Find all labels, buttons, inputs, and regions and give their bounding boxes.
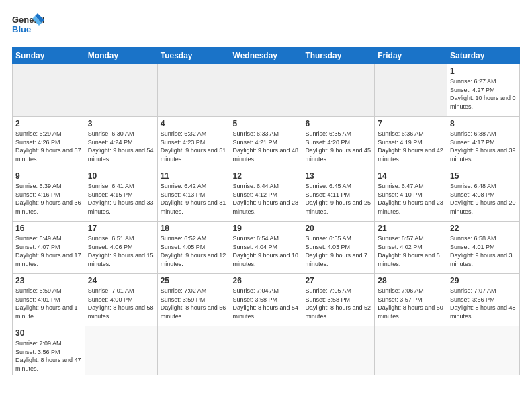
calendar: SundayMondayTuesdayWednesdayThursdayFrid… [12,47,520,375]
calendar-cell: 18Sunrise: 6:52 AM Sunset: 4:05 PM Dayli… [157,222,230,274]
day-info: Sunrise: 6:44 AM Sunset: 4:12 PM Dayligh… [233,182,300,216]
day-number: 22 [450,224,517,233]
day-number: 9 [15,171,82,181]
calendar-cell: 13Sunrise: 6:45 AM Sunset: 4:11 PM Dayli… [302,169,375,222]
calendar-cell: 14Sunrise: 6:47 AM Sunset: 4:10 PM Dayli… [375,169,447,222]
day-info: Sunrise: 6:36 AM Sunset: 4:19 PM Dayligh… [378,130,444,163]
day-number: 24 [88,276,154,285]
calendar-cell [230,326,302,375]
day-number: 25 [161,276,227,285]
day-info: Sunrise: 6:45 AM Sunset: 4:11 PM Dayligh… [305,182,371,216]
day-info: Sunrise: 6:57 AM Sunset: 4:02 PM Dayligh… [378,234,444,268]
day-number: 30 [15,328,82,338]
day-number: 20 [305,224,371,233]
weekday-header-row: SundayMondayTuesdayWednesdayThursdayFrid… [13,48,520,64]
calendar-cell: 29Sunrise: 7:07 AM Sunset: 3:56 PM Dayli… [447,274,520,326]
day-number: 3 [88,119,154,128]
calendar-cell: 8Sunrise: 6:38 AM Sunset: 4:17 PM Daylig… [447,117,520,169]
day-info: Sunrise: 7:09 AM Sunset: 3:56 PM Dayligh… [15,339,82,373]
day-number: 19 [233,224,300,233]
day-number: 23 [15,276,82,285]
calendar-cell: 23Sunrise: 6:59 AM Sunset: 4:01 PM Dayli… [13,274,85,326]
header: General Blue [12,12,520,40]
day-info: Sunrise: 6:42 AM Sunset: 4:13 PM Dayligh… [161,182,227,216]
logo-svg: General Blue [12,12,46,40]
day-info: Sunrise: 7:05 AM Sunset: 3:58 PM Dayligh… [305,287,371,320]
calendar-cell: 21Sunrise: 6:57 AM Sunset: 4:02 PM Dayli… [375,222,447,274]
calendar-cell [85,64,157,117]
day-number: 12 [233,171,300,181]
day-number: 1 [450,66,517,76]
calendar-cell: 4Sunrise: 6:32 AM Sunset: 4:23 PM Daylig… [157,117,230,169]
day-number: 8 [450,119,517,128]
calendar-cell: 7Sunrise: 6:36 AM Sunset: 4:19 PM Daylig… [375,117,447,169]
day-number: 2 [15,119,82,128]
day-info: Sunrise: 7:04 AM Sunset: 3:58 PM Dayligh… [233,287,300,320]
day-number: 4 [161,119,227,128]
day-info: Sunrise: 6:47 AM Sunset: 4:10 PM Dayligh… [378,182,444,216]
calendar-cell: 27Sunrise: 7:05 AM Sunset: 3:58 PM Dayli… [302,274,375,326]
day-number: 13 [305,171,371,181]
calendar-cell: 3Sunrise: 6:30 AM Sunset: 4:24 PM Daylig… [85,117,157,169]
day-info: Sunrise: 6:27 AM Sunset: 4:27 PM Dayligh… [450,77,517,111]
day-number: 29 [450,276,517,285]
calendar-cell: 22Sunrise: 6:58 AM Sunset: 4:01 PM Dayli… [447,222,520,274]
day-info: Sunrise: 6:38 AM Sunset: 4:17 PM Dayligh… [450,130,517,163]
day-info: Sunrise: 6:59 AM Sunset: 4:01 PM Dayligh… [15,287,82,320]
day-info: Sunrise: 6:35 AM Sunset: 4:20 PM Dayligh… [305,130,371,163]
calendar-cell: 25Sunrise: 7:02 AM Sunset: 3:59 PM Dayli… [157,274,230,326]
day-number: 14 [378,171,444,181]
calendar-cell: 24Sunrise: 7:01 AM Sunset: 4:00 PM Dayli… [85,274,157,326]
svg-text:Blue: Blue [12,24,31,34]
day-info: Sunrise: 6:55 AM Sunset: 4:03 PM Dayligh… [305,234,371,268]
calendar-cell [302,64,375,117]
day-number: 17 [88,224,154,233]
day-info: Sunrise: 6:49 AM Sunset: 4:07 PM Dayligh… [15,234,82,268]
day-info: Sunrise: 6:51 AM Sunset: 4:06 PM Dayligh… [88,234,154,268]
day-info: Sunrise: 6:52 AM Sunset: 4:05 PM Dayligh… [161,234,227,268]
day-info: Sunrise: 7:02 AM Sunset: 3:59 PM Dayligh… [161,287,227,320]
calendar-cell: 5Sunrise: 6:33 AM Sunset: 4:21 PM Daylig… [230,117,302,169]
day-number: 11 [161,171,227,181]
day-info: Sunrise: 6:30 AM Sunset: 4:24 PM Dayligh… [88,130,154,163]
calendar-cell [447,326,520,375]
calendar-row: 1Sunrise: 6:27 AM Sunset: 4:27 PM Daylig… [13,64,520,117]
calendar-cell [302,326,375,375]
day-info: Sunrise: 6:32 AM Sunset: 4:23 PM Dayligh… [161,130,227,163]
calendar-cell: 19Sunrise: 6:54 AM Sunset: 4:04 PM Dayli… [230,222,302,274]
calendar-cell: 9Sunrise: 6:39 AM Sunset: 4:16 PM Daylig… [13,169,85,222]
weekday-header-wednesday: Wednesday [230,48,302,64]
weekday-header-monday: Monday [85,48,157,64]
calendar-cell [157,64,230,117]
day-number: 10 [88,171,154,181]
day-number: 16 [15,224,82,233]
weekday-header-thursday: Thursday [302,48,375,64]
page: General Blue SundayMondayTuesdayWednesda… [0,0,532,382]
day-number: 18 [161,224,227,233]
calendar-cell [157,326,230,375]
calendar-cell [375,326,447,375]
calendar-row: 9Sunrise: 6:39 AM Sunset: 4:16 PM Daylig… [13,169,520,222]
calendar-cell: 15Sunrise: 6:48 AM Sunset: 4:08 PM Dayli… [447,169,520,222]
calendar-cell: 30Sunrise: 7:09 AM Sunset: 3:56 PM Dayli… [13,326,85,375]
calendar-row: 23Sunrise: 6:59 AM Sunset: 4:01 PM Dayli… [13,274,520,326]
day-number: 5 [233,119,300,128]
day-number: 21 [378,224,444,233]
day-number: 28 [378,276,444,285]
day-info: Sunrise: 6:39 AM Sunset: 4:16 PM Dayligh… [15,182,82,216]
calendar-cell: 26Sunrise: 7:04 AM Sunset: 3:58 PM Dayli… [230,274,302,326]
weekday-header-tuesday: Tuesday [157,48,230,64]
day-info: Sunrise: 7:07 AM Sunset: 3:56 PM Dayligh… [450,287,517,320]
day-info: Sunrise: 6:54 AM Sunset: 4:04 PM Dayligh… [233,234,300,268]
calendar-cell: 2Sunrise: 6:29 AM Sunset: 4:26 PM Daylig… [13,117,85,169]
day-number: 15 [450,171,517,181]
weekday-header-saturday: Saturday [447,48,520,64]
calendar-cell: 12Sunrise: 6:44 AM Sunset: 4:12 PM Dayli… [230,169,302,222]
day-info: Sunrise: 6:41 AM Sunset: 4:15 PM Dayligh… [88,182,154,216]
calendar-row: 2Sunrise: 6:29 AM Sunset: 4:26 PM Daylig… [13,117,520,169]
calendar-cell: 6Sunrise: 6:35 AM Sunset: 4:20 PM Daylig… [302,117,375,169]
calendar-cell: 11Sunrise: 6:42 AM Sunset: 4:13 PM Dayli… [157,169,230,222]
calendar-cell [13,64,85,117]
logo: General Blue [12,12,46,40]
calendar-cell [375,64,447,117]
